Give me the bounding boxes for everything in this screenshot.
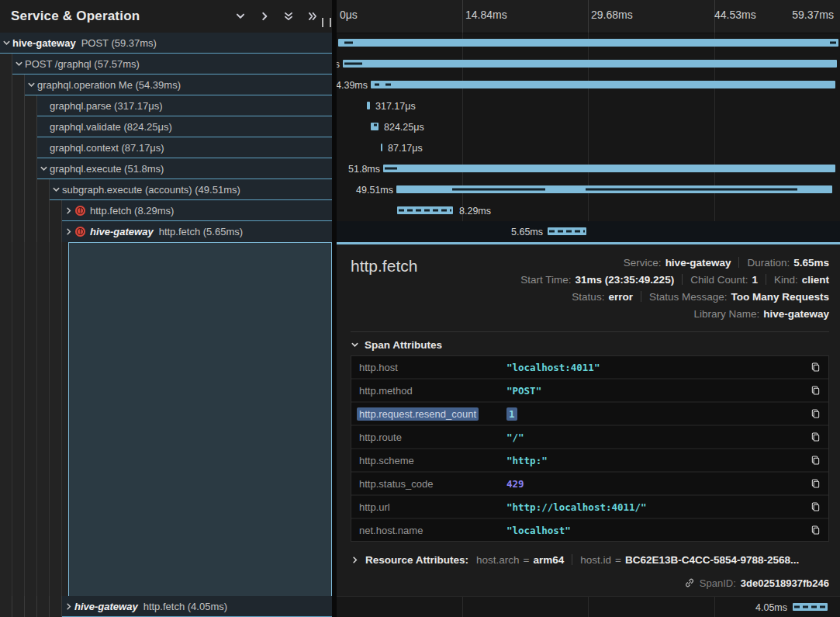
resource-attributes-row[interactable]: Resource Attributes: host.arch = arm64 h… <box>351 548 829 571</box>
tree-row[interactable]: graphql.validate (824.25μs) <box>0 116 332 137</box>
indent-guides <box>0 221 62 242</box>
indent-guides <box>0 95 37 116</box>
span-bar[interactable] <box>397 206 453 214</box>
duration-value: 5.65ms <box>793 257 829 269</box>
double-chevron-right-icon[interactable] <box>307 11 318 22</box>
span-label: POST (59.37ms) <box>81 37 157 49</box>
duration-label: 5.65ms <box>511 221 543 242</box>
span-bar[interactable] <box>793 603 828 611</box>
span-label: graphql.parse (317.17μs) <box>50 100 163 112</box>
indent-guides <box>0 137 37 158</box>
attribute-row-selected: http.request.resend_count 1 <box>351 403 828 425</box>
indent-guides <box>0 200 62 221</box>
tree-row-selected[interactable]: hive-gateway http.fetch (5.65ms) <box>0 221 332 242</box>
tree-row[interactable]: POST /graphql (57.57ms) <box>0 54 332 75</box>
span-detail-title: http.fetch <box>351 257 417 276</box>
copy-icon[interactable] <box>811 385 821 396</box>
span-bar[interactable] <box>371 123 379 130</box>
span-bar[interactable] <box>396 185 832 193</box>
duration-label: 87.17μs <box>388 137 423 158</box>
span-label: POST /graphql (57.57ms) <box>25 58 140 70</box>
span-attributes-title: Span Attributes <box>365 339 442 351</box>
chevron-down-icon[interactable] <box>25 81 37 89</box>
chevron-down-icon[interactable] <box>37 165 50 173</box>
library-name-value: hive-gateway <box>763 308 829 320</box>
span-tree-panel: Service & Operation hive-gateway POST (5… <box>0 0 332 617</box>
attribute-key: http.host <box>359 362 506 373</box>
double-chevron-down-icon[interactable] <box>283 11 294 22</box>
attribute-key: http.request.resend_count <box>357 407 479 421</box>
span-bar[interactable] <box>371 81 835 88</box>
status-value: error <box>608 291 633 303</box>
span-bar[interactable] <box>367 102 370 109</box>
kind-value: client <box>802 274 829 286</box>
span-bar[interactable] <box>343 60 837 68</box>
chevron-down-icon[interactable] <box>235 11 246 22</box>
timeline-row <box>337 33 840 54</box>
chevron-right-icon <box>351 556 359 564</box>
copy-icon[interactable] <box>811 525 821 536</box>
span-bar[interactable] <box>338 39 838 47</box>
child-count-label: Child Count: <box>690 274 748 286</box>
tree-row[interactable]: subgraph.execute (accounts) (49.51ms) <box>0 179 332 200</box>
tree-row[interactable]: hive-gateway http.fetch (4.05ms) <box>0 596 332 617</box>
status-label: Status: <box>572 291 604 303</box>
spanid-row: SpanID: 3de02518937fb246 <box>351 573 829 593</box>
timeline-row: 49.51ms <box>337 179 840 200</box>
resource-key: host.id <box>580 554 611 566</box>
panel-resize-handle[interactable] <box>322 18 331 27</box>
duration-label: 49.51ms <box>356 179 393 200</box>
attribute-key: http.scheme <box>359 455 506 466</box>
copy-icon[interactable] <box>811 501 821 512</box>
chevron-down-icon[interactable] <box>50 185 62 194</box>
copy-icon[interactable] <box>811 432 821 442</box>
span-bar[interactable] <box>383 165 835 172</box>
span-attributes-table: http.host "localhost:4011" http.method "… <box>351 355 829 542</box>
chevron-right-icon[interactable] <box>62 206 74 215</box>
span-bar[interactable] <box>548 227 586 235</box>
span-label: subgraph.execute (accounts) (49.51ms) <box>62 184 240 196</box>
span-bar[interactable] <box>381 144 382 151</box>
tree-row[interactable]: http.fetch (8.29ms) <box>0 200 332 221</box>
service-name: hive-gateway <box>12 37 76 49</box>
tree-row[interactable]: hive-gateway POST (59.37ms) <box>0 33 332 54</box>
status-message-value: Too Many Requests <box>731 291 829 303</box>
chevron-right-icon[interactable] <box>62 227 74 236</box>
timeline-row: 57.57ms <box>337 54 840 75</box>
chevron-right-icon[interactable] <box>259 11 270 22</box>
service-value: hive-gateway <box>665 257 731 269</box>
indent-guides <box>0 116 37 137</box>
copy-icon[interactable] <box>811 478 821 489</box>
kind-label: Kind: <box>774 274 798 286</box>
attribute-row: http.method "POST" <box>351 380 828 401</box>
tree-row[interactable]: graphql.parse (317.17μs) <box>0 95 332 116</box>
span-attributes-toggle[interactable]: Span Attributes <box>351 334 829 355</box>
link-icon[interactable] <box>684 577 695 588</box>
duration-label: 57.57ms <box>337 54 340 75</box>
chevron-down-icon[interactable] <box>12 60 25 68</box>
chevron-right-icon[interactable] <box>62 602 74 611</box>
tree-row[interactable]: graphql.operation Me (54.39ms) <box>0 75 332 95</box>
divider-line <box>351 331 829 332</box>
duration-label: 317.17μs <box>375 95 416 116</box>
duration-label: 54.39ms <box>337 75 368 95</box>
copy-icon[interactable] <box>811 455 821 466</box>
attribute-row: http.host "localhost:4011" <box>351 356 828 378</box>
copy-icon[interactable] <box>811 362 821 373</box>
spanid-label: SpanID: <box>700 577 736 589</box>
duration-label: Duration: <box>747 257 790 269</box>
tree-row[interactable]: graphql.context (87.17μs) <box>0 137 332 158</box>
span-label: graphql.operation Me (54.39ms) <box>37 79 181 91</box>
chevron-down-icon[interactable] <box>0 39 12 47</box>
tree-header: Service & Operation <box>0 0 332 33</box>
tick-label: 14.84ms <box>465 9 507 21</box>
attribute-value: 429 <box>506 478 524 490</box>
resource-value: arm64 <box>533 554 564 566</box>
tree-row[interactable]: graphql.execute (51.8ms) <box>0 158 332 179</box>
copy-icon[interactable] <box>811 408 821 419</box>
selected-span-detail-area <box>68 242 332 596</box>
attribute-row: http.url "http://localhost:4011/" <box>351 496 828 518</box>
timeline-panel: 0μs 14.84ms 29.68ms 44.53ms 59.37ms 57.5… <box>337 0 840 617</box>
attribute-row: http.status_code 429 <box>351 473 828 494</box>
service-name: hive-gateway <box>90 226 154 237</box>
